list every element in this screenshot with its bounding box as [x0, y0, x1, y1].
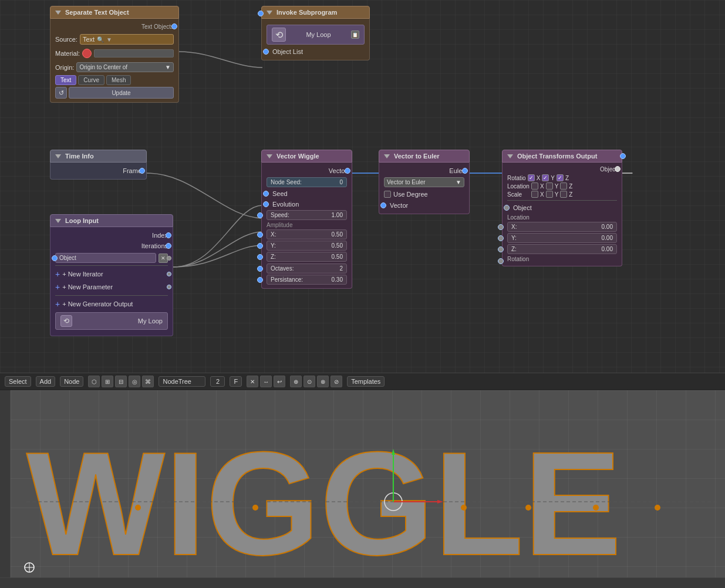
loop-input-collapse-icon[interactable]: [55, 219, 61, 223]
loop-edit-icon[interactable]: 📋: [351, 31, 359, 39]
loop-icon: ⟲: [272, 28, 286, 42]
origin-dropdown[interactable]: Origin to Center of ▼: [76, 62, 174, 72]
object-row: Object ✕: [55, 253, 168, 263]
location-y-slider[interactable]: Y: 0.00: [507, 233, 617, 243]
rotation-z-checkbox[interactable]: ✓: [557, 174, 564, 181]
scale-z-checkbox[interactable]: [560, 191, 567, 198]
vw-x-slider[interactable]: X: 0.50: [267, 229, 347, 239]
node-invoke-subprogram: Invoke Subprogram ⟲ My Loop 📋 Object Lis…: [261, 6, 370, 60]
origin-value: Origin to Center of: [79, 64, 127, 70]
wiggle-svg: WIGGLE: [15, 393, 719, 575]
text-objects-connector: [171, 23, 177, 29]
rotation-in-connector: [498, 258, 504, 264]
toolbar-icon-2[interactable]: ⊞: [102, 376, 113, 387]
view-icon-1[interactable]: ⊕: [290, 376, 302, 387]
toolbar-icon-5[interactable]: ⌘: [142, 376, 154, 387]
num-input[interactable]: [210, 376, 225, 387]
location-y-checkbox[interactable]: [546, 183, 553, 190]
node-button[interactable]: Node: [60, 376, 83, 387]
frame-row: Frame: [55, 166, 141, 175]
location-x-slider[interactable]: X: 0.00: [507, 222, 617, 232]
dot-2: [252, 505, 258, 511]
loc-z-field-label: Z:: [511, 246, 517, 252]
nodetree-input[interactable]: [159, 376, 205, 387]
scale-x-checkbox[interactable]: [531, 191, 538, 198]
add-button[interactable]: Add: [36, 376, 56, 387]
select-button[interactable]: Select: [5, 376, 31, 387]
wiggle-text: WIGGLE: [26, 422, 622, 575]
nav-icon-1[interactable]: ✕: [247, 376, 258, 387]
view-icon-2[interactable]: ⊙: [304, 376, 315, 387]
vw-speed-slider[interactable]: Speed: 1.00: [267, 210, 347, 220]
nav-icon-3[interactable]: ↩: [274, 376, 285, 387]
vw-octaves-slider[interactable]: Octaves: 2: [267, 263, 347, 273]
nav-icon-2[interactable]: ↔: [260, 376, 272, 387]
vw-persistance-slider[interactable]: Persistance: 0.30: [267, 275, 347, 285]
vector-wiggle-collapse-icon[interactable]: [267, 154, 272, 158]
toolbar-icon-1[interactable]: ⬡: [88, 376, 100, 387]
refresh-icon[interactable]: ↺: [55, 87, 67, 99]
transforms-object-label-row: Object: [507, 166, 617, 173]
location-z-slider[interactable]: Z: 0.00: [507, 244, 617, 254]
vw-nodeseed-slider[interactable]: Node Seed: 0: [267, 177, 347, 187]
loop-program-box[interactable]: ⟲ My Loop 📋: [267, 25, 365, 45]
euler-out-connector: [462, 168, 468, 174]
euler-dropdown[interactable]: Vector to Euler ▼: [384, 177, 464, 187]
euler-title: Vector to Euler: [394, 153, 440, 160]
transforms-object-in-connector: [504, 205, 510, 211]
transforms-location-row: Rotatio ✓ X ✓ Y ✓ Z: [507, 174, 617, 181]
3d-viewport: WIGGLE: [0, 390, 725, 588]
divider2: [55, 295, 168, 296]
tab-curve[interactable]: Curve: [78, 75, 104, 85]
new-generator-label[interactable]: + New Generator Output: [62, 300, 133, 307]
toolbar-icon-4[interactable]: ◎: [129, 376, 140, 387]
object-field[interactable]: Object: [55, 253, 156, 263]
use-degree-row[interactable]: Use Degree: [384, 190, 464, 199]
loc-z-in-connector: [498, 246, 504, 252]
source-eyedropper-icon[interactable]: 🔍: [97, 36, 104, 43]
source-dropdown-icon[interactable]: ▼: [106, 36, 112, 43]
vw-y-slider[interactable]: Y: 0.50: [267, 241, 347, 251]
scale-check-row: Scale X Y Z: [507, 191, 617, 198]
rotation-x-checkbox[interactable]: ✓: [528, 174, 535, 181]
material-field[interactable]: [94, 49, 174, 58]
time-collapse-icon[interactable]: [55, 154, 61, 158]
new-iterator-label[interactable]: + New Iterator: [62, 271, 103, 278]
tab-text[interactable]: Text: [55, 75, 76, 85]
euler-collapse-icon[interactable]: [384, 154, 390, 158]
euler-dropdown-value: Vector to Euler: [387, 179, 426, 185]
toolbar-icon-group: ⬡ ⊞ ⊟ ◎ ⌘: [88, 376, 154, 387]
node-collapse-icon[interactable]: [55, 11, 61, 15]
vw-octaves-connector: [257, 266, 263, 272]
use-degree-checkbox[interactable]: [384, 191, 391, 198]
f-button[interactable]: F: [230, 376, 242, 387]
dot-4: [525, 505, 531, 511]
loop-input-header: Loop Input: [50, 214, 173, 227]
transforms-rotation-label: Rotatio: [507, 175, 526, 181]
location-x-checkbox[interactable]: [531, 183, 538, 190]
vw-z-slider[interactable]: Z: 0.50: [267, 252, 347, 262]
transforms-object-in-row: Object: [507, 203, 617, 212]
view-icon-4[interactable]: ⊘: [331, 376, 342, 387]
templates-button[interactable]: Templates: [347, 376, 385, 387]
tab-mesh[interactable]: Mesh: [106, 75, 131, 85]
vw-persistance-label: Persistance:: [271, 276, 303, 283]
material-color-swatch[interactable]: [82, 49, 92, 58]
vw-vector-out-row: Vector: [267, 166, 347, 175]
loc-x-label: X: [540, 183, 544, 190]
object-list-connector-in: [263, 49, 269, 55]
view-icon-3[interactable]: ⊗: [317, 376, 329, 387]
new-generator-row: + + New Generator Output: [55, 298, 168, 310]
scale-y-checkbox[interactable]: [546, 191, 553, 198]
vw-evolution-label: Evolution: [272, 201, 299, 208]
new-parameter-label[interactable]: + New Parameter: [62, 283, 113, 290]
toolbar-icon-3[interactable]: ⊟: [115, 376, 127, 387]
vw-nodeseed-label: Node Seed:: [271, 179, 302, 185]
euler-vector-in-row: Vector: [384, 201, 464, 210]
invoke-collapse-icon[interactable]: [267, 11, 272, 15]
transforms-collapse-icon[interactable]: [507, 154, 513, 158]
update-button[interactable]: Update: [69, 87, 174, 99]
location-z-checkbox[interactable]: [560, 183, 567, 190]
source-value-btn[interactable]: Text 🔍 ▼: [80, 34, 174, 45]
rotation-y-checkbox[interactable]: ✓: [542, 174, 549, 181]
